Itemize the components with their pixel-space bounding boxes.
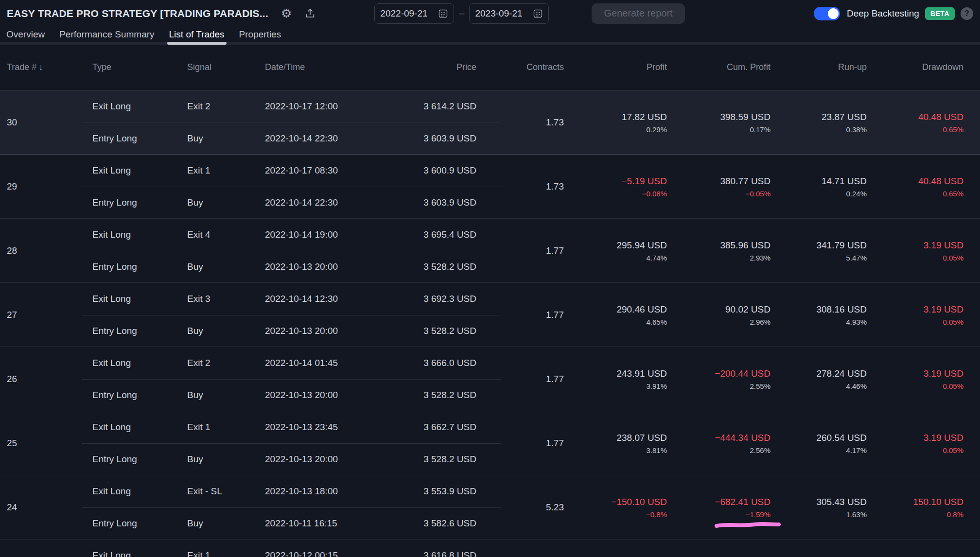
table-body: 30 Exit Long Exit 2 2022-10-17 12:00 3 6… — [0, 90, 980, 539]
upload-icon — [304, 8, 316, 19]
trade-price: 3 695.4 USD — [384, 229, 481, 240]
header-price[interactable]: Price — [384, 62, 481, 72]
trade-datetime: 2022-10-14 01:45 — [260, 358, 384, 368]
cum-profit-cell: −444.34 USD2.56% — [672, 433, 775, 454]
header-type[interactable]: Type — [85, 62, 185, 72]
header-contracts[interactable]: Contracts — [481, 62, 569, 72]
trade-price: 3 614.2 USD — [384, 101, 481, 112]
trade-price: 3 616.8 USD — [384, 550, 481, 557]
trade-row[interactable]: 25 Exit Long Exit 1 2022-10-13 23:45 3 6… — [0, 411, 980, 475]
trade-price: 3 582.6 USD — [384, 518, 481, 529]
trade-type: Exit Long — [0, 550, 185, 557]
trade-signal: Exit 1 — [185, 422, 260, 433]
runup-cell: 278.24 USD4.46% — [775, 368, 872, 390]
trade-type: Exit Long — [85, 358, 185, 368]
tab-overview[interactable]: Overview — [6, 29, 45, 40]
calendar-icon — [438, 8, 448, 18]
trade-datetime: 2022-10-12 00:15 — [260, 550, 384, 557]
header-datetime[interactable]: Date/Time — [260, 62, 384, 72]
header-drawdown[interactable]: Drawdown — [872, 62, 980, 72]
trade-row[interactable]: 28 Exit Long Exit 4 2022-10-14 19:00 3 6… — [0, 218, 980, 282]
calendar-icon — [533, 8, 543, 18]
pink-marker-annotation — [714, 521, 782, 529]
trade-signal: Exit 2 — [185, 101, 260, 112]
trade-type: Entry Long — [85, 261, 185, 272]
date-to-value: 2023-09-21 — [475, 8, 522, 19]
trade-number: 26 — [0, 374, 85, 384]
entry-subrow: Entry Long Buy 2022-10-14 22:30 3 603.9 … — [85, 122, 481, 155]
trade-datetime: 2022-10-11 16:15 — [260, 518, 384, 529]
trade-number: 30 — [0, 117, 85, 128]
clipped-row-below[interactable]: Exit Long Exit 1 2022-10-12 00:15 3 616.… — [0, 539, 980, 557]
gear-icon: ⚙︎ — [281, 7, 292, 19]
subrow-divider — [82, 379, 501, 380]
trade-price: 3 662.7 USD — [384, 422, 481, 433]
header-signal[interactable]: Signal — [185, 62, 260, 72]
export-button[interactable] — [304, 8, 316, 19]
exit-subrow: Exit Long Exit 3 2022-10-14 12:30 3 692.… — [85, 283, 481, 315]
profit-cell: 243.91 USD3.91% — [569, 368, 672, 390]
trade-signal: Exit - SL — [185, 486, 260, 497]
trade-row[interactable]: 27 Exit Long Exit 3 2022-10-14 12:30 3 6… — [0, 282, 980, 347]
date-from-value: 2022-09-21 — [380, 8, 427, 19]
trade-row[interactable]: 30 Exit Long Exit 2 2022-10-17 12:00 3 6… — [0, 90, 980, 154]
trade-type: Exit Long — [85, 165, 185, 176]
trade-number: 27 — [0, 310, 85, 320]
runup-cell: 23.87 USD0.38% — [775, 112, 872, 134]
top-toolbar: EASY TRADE PRO STRATEGY [TRADING PARADIS… — [0, 0, 980, 27]
trade-price: 3 528.2 USD — [384, 261, 481, 272]
trade-signal: Buy — [185, 133, 260, 144]
subrow-divider — [82, 507, 501, 508]
settings-button[interactable]: ⚙︎ — [281, 7, 292, 19]
trade-type: Exit Long — [85, 294, 185, 304]
exit-subrow: Exit Long Exit 1 2022-10-17 08:30 3 600.… — [85, 155, 481, 187]
trade-datetime: 2022-10-13 20:00 — [260, 454, 384, 465]
date-range-separator: – — [459, 8, 464, 19]
date-range-picker: 2022-09-21 – 2023-09-21 — [374, 3, 549, 24]
trade-datetime: 2022-10-14 22:30 — [260, 133, 384, 144]
profit-cell: 295.94 USD4.74% — [569, 240, 672, 262]
trade-datetime: 2022-10-13 20:00 — [260, 261, 384, 272]
report-tabs: Overview Performance Summary List of Tra… — [0, 27, 980, 42]
trade-datetime: 2022-10-14 19:00 — [260, 229, 384, 240]
tab-performance-summary[interactable]: Performance Summary — [59, 29, 154, 40]
trade-price: 3 603.9 USD — [384, 197, 481, 208]
tab-list-of-trades[interactable]: List of Trades — [169, 29, 225, 40]
trade-number: 24 — [0, 502, 85, 513]
drawdown-cell: 40.48 USD0.65% — [872, 112, 980, 134]
generate-report-button[interactable]: Generate report — [592, 3, 684, 24]
trade-datetime: 2022-10-17 08:30 — [260, 165, 384, 176]
exit-subrow: Exit Long Exit 1 2022-10-12 00:15 3 616.… — [0, 540, 980, 557]
date-to-input[interactable]: 2023-09-21 — [469, 3, 549, 24]
date-from-input[interactable]: 2022-09-21 — [374, 3, 454, 24]
table-header-row: Trade #↓ Type Signal Date/Time Price Con… — [0, 45, 980, 90]
header-trade-number[interactable]: Trade #↓ — [0, 62, 85, 72]
runup-cell: 260.54 USD4.17% — [775, 433, 872, 454]
trade-type: Entry Long — [85, 518, 185, 529]
help-button[interactable]: ? — [961, 7, 973, 20]
deep-backtesting-toggle[interactable] — [814, 7, 840, 20]
trade-price: 3 553.9 USD — [384, 486, 481, 497]
header-runup[interactable]: Run-up — [775, 62, 872, 72]
trade-row[interactable]: 26 Exit Long Exit 2 2022-10-14 01:45 3 6… — [0, 347, 980, 411]
header-profit[interactable]: Profit — [569, 62, 672, 72]
entry-subrow: Entry Long Buy 2022-10-13 20:00 3 528.2 … — [85, 251, 481, 283]
tab-properties[interactable]: Properties — [239, 29, 281, 40]
profit-cell: −150.10 USD−0.8% — [569, 497, 672, 519]
trade-signal: Buy — [185, 261, 260, 272]
trade-type: Entry Long — [85, 133, 185, 144]
trade-type: Exit Long — [85, 422, 185, 433]
trade-row[interactable]: 24 Exit Long Exit - SL 2022-10-13 18:00 … — [0, 475, 980, 539]
runup-cell: 305.43 USD1.63% — [775, 497, 872, 519]
question-mark-icon: ? — [964, 9, 969, 18]
header-cum-profit[interactable]: Cum. Profit — [672, 62, 775, 72]
deep-backtesting-group: Deep Backtesting BETA ? — [814, 7, 973, 20]
trade-row[interactable]: 29 Exit Long Exit 1 2022-10-17 08:30 3 6… — [0, 154, 980, 218]
trade-type: Exit Long — [85, 486, 185, 497]
exit-subrow: Exit Long Exit - SL 2022-10-13 18:00 3 5… — [85, 475, 481, 507]
trade-number: 28 — [0, 245, 85, 256]
trade-price: 3 528.2 USD — [384, 326, 481, 336]
trade-signal: Buy — [185, 326, 260, 336]
subrow-divider — [82, 443, 501, 444]
runup-cell: 308.16 USD4.93% — [775, 304, 872, 326]
